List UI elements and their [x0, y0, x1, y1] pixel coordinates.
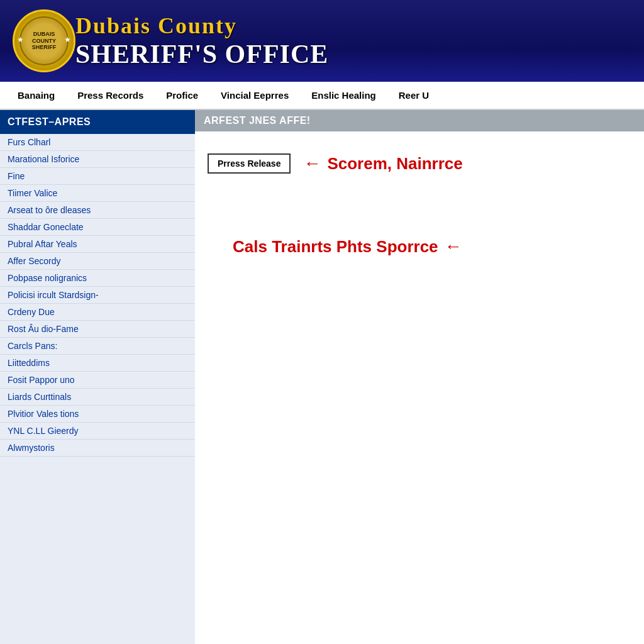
badge-inner: DUBAISCOUNTYSHERIFF — [19, 16, 69, 65]
sidebar: CTFEST–APRES Furs Clharl Marational Isfo… — [0, 110, 195, 644]
sidebar-item-8[interactable]: Pobpase noligranics — [0, 270, 195, 287]
arrow-right-icon: ← — [303, 153, 321, 174]
sidebar-item-1[interactable]: Marational Isforice — [0, 151, 195, 168]
sidebar-item-9[interactable]: Policisi ircult Stardsign- — [0, 287, 195, 304]
press-release-button[interactable]: Prress Release — [208, 153, 291, 174]
sidebar-item-18[interactable]: Alwmystoris — [0, 440, 195, 457]
sidebar-item-5[interactable]: Shaddar Goneclate — [0, 219, 195, 236]
nav-reer[interactable]: Reer U — [387, 82, 440, 108]
sidebar-item-6[interactable]: Pubral Aftar Yeals — [0, 236, 195, 253]
press-release-row: Prress Release ← Scorem, Nainrrce — [208, 153, 631, 174]
content-area: ARFEST JNES AFFE! Prress Release ← Score… — [195, 110, 644, 644]
sidebar-item-7[interactable]: Affer Secordy — [0, 253, 195, 270]
sidebar-item-3[interactable]: Tiimer Valice — [0, 185, 195, 202]
sidebar-item-16[interactable]: Plvitior Vales tions — [0, 406, 195, 423]
sidebar-item-13[interactable]: Liitteddims — [0, 355, 195, 372]
nav-press-records[interactable]: Press Records — [66, 82, 155, 108]
sidebar-item-10[interactable]: Crdeny Due — [0, 304, 195, 321]
sheriff-badge: ★ DUBAISCOUNTYSHERIFF ★ — [13, 9, 75, 72]
sidebar-item-12[interactable]: Carcls Pans: — [0, 338, 195, 355]
annotation-cals: Cals Trainrts Phts Sporrce — [233, 237, 438, 257]
header-county: Dubais County — [75, 13, 237, 39]
main-navbar: Banaing Press Records Profice Vincial Ee… — [0, 82, 644, 110]
main-layout: CTFEST–APRES Furs Clharl Marational Isfo… — [0, 110, 644, 644]
nav-banaing[interactable]: Banaing — [6, 82, 66, 108]
nav-enslic[interactable]: Enslic Healing — [300, 82, 387, 108]
sidebar-item-17[interactable]: YNL C.LL Gieerdy — [0, 423, 195, 440]
page-header: ★ DUBAISCOUNTYSHERIFF ★ Dubais County SH… — [0, 0, 644, 82]
content-body: Prress Release ← Scorem, Nainrrce Cals T… — [195, 144, 644, 266]
sidebar-item-15[interactable]: Liards Curttinals — [0, 389, 195, 406]
annotation-cals-row: Cals Trainrts Phts Sporrce ← — [233, 236, 631, 257]
star-right-icon: ★ — [64, 35, 71, 44]
sidebar-item-11[interactable]: Rost Âu dio-Fame — [0, 321, 195, 338]
nav-vincial[interactable]: Vincial Eeprres — [209, 82, 300, 108]
sidebar-item-4[interactable]: Arseat to ôre dleases — [0, 202, 195, 219]
section-header: ARFEST JNES AFFE! — [195, 110, 644, 131]
sidebar-item-0[interactable]: Furs Clharl — [0, 134, 195, 151]
sidebar-header: CTFEST–APRES — [0, 110, 195, 134]
annotation-scorem: Scorem, Nainrrce — [327, 154, 462, 174]
sidebar-item-2[interactable]: Fine — [0, 168, 195, 185]
sidebar-item-14[interactable]: Fosit Pappor uno — [0, 372, 195, 389]
star-left-icon: ★ — [17, 35, 24, 44]
header-text-block: Dubais County SHERIFF'S OFFICE — [75, 13, 328, 69]
nav-profice[interactable]: Profice — [155, 82, 209, 108]
arrow-left-icon: ← — [445, 236, 462, 257]
header-department: SHERIFF'S OFFICE — [75, 39, 328, 69]
